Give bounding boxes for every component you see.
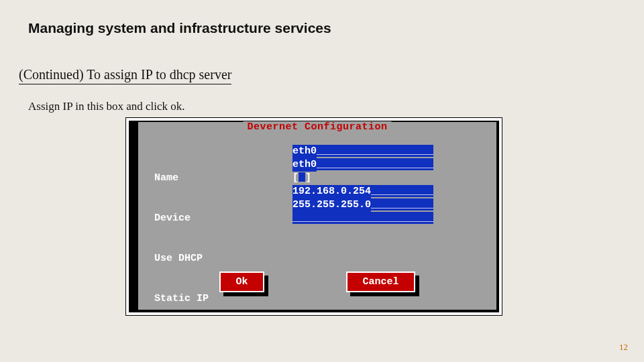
dialog-buttons: Ok Cancel xyxy=(138,272,496,292)
terminal-inner: Devernet Configuration Name Device Use D… xyxy=(129,121,499,312)
device-field[interactable]: eth0 xyxy=(292,158,467,172)
instruction-text: Assign IP in this box and click ok. xyxy=(28,100,185,113)
cancel-button-wrap: Cancel xyxy=(346,272,415,292)
slide-subtitle: (Continued) To assign IP to dhcp server xyxy=(19,67,231,84)
dialog-panel: Devernet Configuration Name Device Use D… xyxy=(138,122,496,310)
label-name: Name xyxy=(154,172,263,185)
label-device: Device xyxy=(154,212,263,225)
dialog-title: Devernet Configuration xyxy=(243,121,391,133)
default-gw-field[interactable] xyxy=(292,212,467,225)
netmask-field[interactable]: 255.255.255.0 xyxy=(292,198,467,212)
name-field[interactable]: eth0 xyxy=(292,145,467,158)
ok-button[interactable]: Ok xyxy=(219,272,264,292)
page-number: 12 xyxy=(619,342,628,353)
static-ip-field[interactable]: 192.168.0.254 xyxy=(292,185,467,198)
ok-button-wrap: Ok xyxy=(219,272,264,292)
field-values: eth0 eth0 [] 192.168.0.254 255.255.255.0 xyxy=(292,145,467,225)
slide-title: Managing system and infrastructure servi… xyxy=(28,20,331,36)
label-use-dhcp: Use DHCP xyxy=(154,252,263,265)
use-dhcp-checkbox[interactable]: [] xyxy=(292,172,467,185)
terminal-screenshot: Devernet Configuration Name Device Use D… xyxy=(125,117,502,316)
cancel-button[interactable]: Cancel xyxy=(346,272,415,292)
